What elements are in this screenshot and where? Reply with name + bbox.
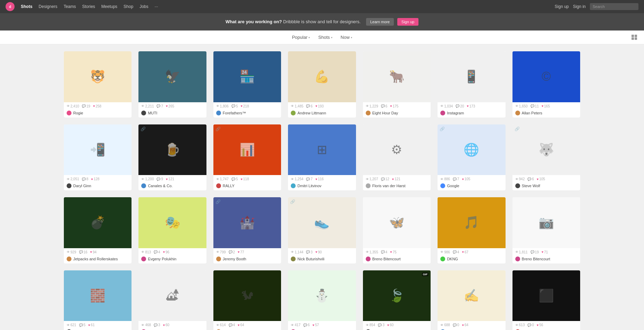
heart-icon: ♥ <box>93 104 95 108</box>
nav-jobs[interactable]: Jobs <box>137 0 151 13</box>
nav-more[interactable]: ··· <box>152 0 161 13</box>
author-name[interactable]: Daryl Ginn <box>73 184 91 188</box>
shot-card[interactable]: 🐂 👁 1,229 💬 6 ♥ 175 Eight Hour Day <box>363 51 431 118</box>
shot-stats: 👁 1,254 💬 7 ♥ 116 <box>288 175 356 182</box>
eye-icon: 👁 <box>141 323 144 327</box>
banner-signup-button[interactable]: Sign up <box>397 18 418 26</box>
shot-card[interactable]: ⛄ 👁 417 💬 6 ♥ 57 Anna Hurley <box>288 270 356 330</box>
filter-shots[interactable]: Shots ▾ <box>318 33 332 41</box>
author-name[interactable]: RALLY <box>223 184 235 188</box>
shot-card[interactable]: 📷 👁 1,811 💬 19 ♥ 71 Breno Bitencourt <box>512 197 580 263</box>
shot-card[interactable]: 🎵 👁 986 💬 4 ♥ 67 DKNG <box>438 197 505 263</box>
author-name[interactable]: Canales & Co. <box>148 184 172 188</box>
shot-author: DKNG <box>438 255 505 263</box>
heart-icon: ♥ <box>315 250 317 254</box>
author-name[interactable]: Dmitri Litvinov <box>297 184 321 188</box>
comments-stat: 💬 4 <box>154 250 160 254</box>
author-name[interactable]: Allan Peters <box>522 111 542 115</box>
shot-card[interactable]: 🌐 🔗 👁 886 💬 7 ♥ 105 Google <box>438 124 505 191</box>
filter-popular[interactable]: Popular ▾ <box>292 33 310 41</box>
shot-card[interactable]: ✍ 👁 688 💬 0 ♥ 64 Nicholas D'Amico <box>438 270 505 330</box>
link-icon: 🔗 <box>515 127 520 131</box>
shot-card[interactable]: 🍺 🔗 👁 1,200 💬 9 ♥ 121 Canales & Co. <box>138 124 206 191</box>
likes-stat: ♥ 71 <box>542 250 548 254</box>
author-name[interactable]: Breno Bitencourt <box>522 257 550 261</box>
search-input[interactable] <box>590 3 638 10</box>
shot-card[interactable]: 🏰 🔗 👁 799 💬 2 ♥ 77 Jeremy Booth <box>213 197 281 263</box>
eye-icon: 👁 <box>440 104 443 108</box>
author-name[interactable]: Instagram <box>447 111 464 115</box>
shot-thumbnail: 🍺 🔗 <box>138 124 206 175</box>
nav-teams[interactable]: Teams <box>61 0 78 13</box>
shot-author: Instagram <box>438 110 505 118</box>
shot-card[interactable]: 🍃 GIF 👁 854 💬 3 ♥ 60 Hylton Warburton <box>363 270 431 330</box>
shots-container: 🐯 👁 2,410 💬 19 ♥ 258 Rogie 🦅 👁 2,211 💬 7… <box>58 44 586 330</box>
shot-thumbnail: 🏪 <box>213 51 281 102</box>
likes-stat: ♥ 116 <box>315 177 324 181</box>
shots-chevron-icon: ▾ <box>331 36 332 39</box>
signup-link[interactable]: Sign up <box>555 4 569 9</box>
shot-card[interactable]: © 👁 1,650 💬 11 ♥ 165 Allan Peters <box>512 51 580 118</box>
eye-icon: 👁 <box>515 177 518 181</box>
shot-card[interactable]: 💣 👁 929 💬 16 ♥ 94 Jetpacks and Rollerska… <box>64 197 132 263</box>
comment-icon: 💬 <box>156 104 160 108</box>
shot-stats: 👁 1,200 💬 9 ♥ 121 <box>138 175 206 182</box>
author-name[interactable]: Jetpacks and Rollerskates <box>73 257 118 261</box>
nav-designers[interactable]: Designers <box>36 0 60 13</box>
shot-image: 🏪 <box>213 51 281 102</box>
signin-link[interactable]: Sign in <box>573 4 586 9</box>
author-name[interactable]: MUTI <box>148 111 157 115</box>
author-name[interactable]: Jeremy Booth <box>223 257 246 261</box>
comments-stat: 💬 7 <box>156 104 163 108</box>
shot-card[interactable]: ⚙ 👁 1,207 💬 12 ♥ 121 Floris van der Hars… <box>363 124 431 191</box>
shot-card[interactable]: 📲 👁 2,051 💬 8 ♥ 128 Daryl Ginn <box>64 124 132 191</box>
author-name[interactable]: Breno Bitencourt <box>372 257 401 261</box>
nav-stories[interactable]: Stories <box>79 0 98 13</box>
author-name[interactable]: Rogie <box>73 111 83 115</box>
shot-card[interactable]: 👟 🔗 👁 1,144 💬 3 ♥ 90 Nick Buturishvili <box>288 197 356 263</box>
likes-stat: ♥ 105 <box>462 177 470 181</box>
shot-card[interactable]: 🦋 👁 1,355 💬 4 ♥ 75 Breno Bitencourt <box>363 197 431 263</box>
heart-icon: ♥ <box>163 323 165 327</box>
shot-card[interactable]: 🎭 👁 813 💬 4 ♥ 96 Evgeny Polukhin <box>138 197 206 263</box>
author-name[interactable]: Google <box>447 184 459 188</box>
shot-card[interactable]: 🧱 👁 621 💬 5 ♥ 61 Palantir <box>64 270 132 330</box>
nav-meetups[interactable]: Meetups <box>99 0 120 13</box>
nav-shop[interactable]: Shop <box>121 0 136 13</box>
nav-shots[interactable]: Shots <box>18 0 35 13</box>
author-name[interactable]: Eight Hour Day <box>372 111 398 115</box>
promo-banner: What are you working on? Dribbble is sho… <box>0 13 644 31</box>
shot-card[interactable]: 📊 🔗 👁 1,747 💬 5 ♥ 118 RALLY <box>213 124 281 191</box>
shot-card[interactable]: ⊞ 👁 1,254 💬 7 ♥ 116 Dmitri Litvinov <box>288 124 356 191</box>
shot-author: Anna Hurley <box>288 328 356 330</box>
learn-more-button[interactable]: Learn more <box>366 18 394 26</box>
now-chevron-icon: ▾ <box>351 36 352 39</box>
shot-card[interactable]: 🐿 👁 614 💬 4 ♥ 64 Ciara Panacchia <box>213 270 281 330</box>
shot-card[interactable]: 🏕 👁 468 💬 3 ♥ 60 Jennifer Lucey-Brzoza <box>138 270 206 330</box>
author-name[interactable]: DKNG <box>447 257 458 261</box>
author-name[interactable]: Nick Buturishvili <box>297 257 324 261</box>
author-name[interactable]: Floris van der Harst <box>372 184 406 188</box>
heart-icon: ♥ <box>537 177 539 181</box>
filter-now[interactable]: Now ▾ <box>341 33 352 41</box>
shot-card[interactable]: 🦅 👁 2,211 💬 7 ♥ 265 MUTI <box>138 51 206 118</box>
author-name[interactable]: Evgeny Polukhin <box>148 257 176 261</box>
shot-card[interactable]: ⬛ 👁 613 💬 0 ♥ 56 TIE A TIE <box>512 270 580 330</box>
shot-card[interactable]: 🐯 👁 2,410 💬 19 ♥ 258 Rogie <box>64 51 132 118</box>
shot-card[interactable]: 💪 👁 1,485 💬 6 ♥ 193 Andrew Littmann <box>288 51 356 118</box>
site-logo[interactable]: d <box>6 2 15 11</box>
comments-stat: 💬 16 <box>79 250 87 254</box>
eye-icon: 👁 <box>216 323 219 327</box>
author-avatar <box>67 111 71 115</box>
grid-toggle-button[interactable] <box>632 35 637 40</box>
shot-stats: 👁 1,144 💬 3 ♥ 90 <box>288 248 356 255</box>
likes-stat: ♥ 218 <box>240 104 249 108</box>
author-name[interactable]: Andrew Littmann <box>297 111 326 115</box>
heart-icon: ♥ <box>392 177 394 181</box>
shot-image: 🦅 <box>138 51 206 102</box>
shot-card[interactable]: 🐺 🔗 👁 942 💬 6 ♥ 105 Steve Wolf <box>512 124 580 191</box>
author-name[interactable]: Steve Wolf <box>522 184 540 188</box>
shot-card[interactable]: 📱 👁 1,034 💬 20 ♥ 173 Instagram <box>438 51 505 118</box>
shot-card[interactable]: 🏪 👁 1,806 💬 5 ♥ 218 Forefathers™ <box>213 51 281 118</box>
author-name[interactable]: Forefathers™ <box>223 111 246 115</box>
